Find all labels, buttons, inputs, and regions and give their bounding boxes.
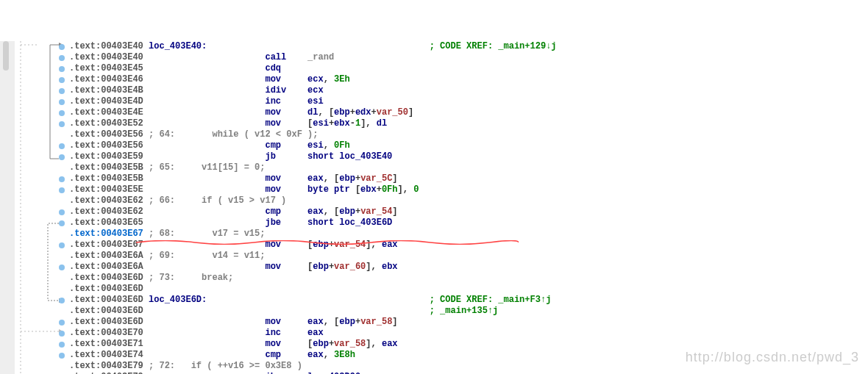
disasm-line[interactable]: .text:00403E59 jb short loc_403E40 [69,151,868,162]
disasm-line[interactable]: .text:00403E56 ; 64: while ( v12 < 0xF )… [69,129,868,140]
disasm-line[interactable]: .text:00403E6D ; 73: break; [69,273,868,284]
breakpoint-dot[interactable] [59,99,65,105]
breakpoint-dot[interactable] [59,209,65,215]
disasm-line[interactable]: .text:00403E70 inc eax [69,328,868,339]
breakpoint-dot[interactable] [59,353,65,359]
breakpoint-dot[interactable] [59,143,65,149]
breakpoint-dot[interactable] [59,265,65,270]
disasm-line[interactable]: .text:00403E5B ; 65: v11[15] = 0; [69,162,868,173]
disasm-line[interactable]: .text:00403E4E mov dl, [ebp+edx+var_50] [69,107,868,118]
breakpoint-dot[interactable] [59,187,65,193]
red-underline [136,237,519,242]
disasm-line[interactable]: .text:00403E6D loc_403E6D: ; CODE XREF: … [69,295,868,306]
breakpoint-dot[interactable] [59,154,65,160]
breakpoint-dot[interactable] [59,55,65,61]
breakpoint-dot[interactable] [59,320,65,326]
breakpoint-dot[interactable] [59,176,65,182]
breakpoint-dot[interactable] [59,298,65,303]
disasm-line[interactable]: .text:00403E6D [69,284,868,295]
disasm-line[interactable]: .text:00403E6A mov [ebp+var_60], ebx [69,262,868,273]
disasm-line[interactable]: .text:00403E74 cmp eax, 3E8h [69,350,868,361]
breakpoint-dot[interactable] [59,121,65,127]
disasm-line[interactable]: .text:00403E40 loc_403E40: ; CODE XREF: … [69,41,868,52]
breakpoint-dot[interactable] [59,44,65,50]
disasm-line[interactable]: .text:00403E52 mov [esi+ebx-1], dl [69,118,868,129]
disasm-line[interactable]: .text:00403E5B mov eax, [ebp+var_5C] [69,173,868,184]
disasm-line[interactable]: .text:00403E5E mov byte ptr [ebx+0Fh], 0 [69,184,868,195]
breakpoint-dot[interactable] [59,220,65,226]
breakpoint-dot[interactable] [59,77,65,83]
breakpoint-dot[interactable] [59,110,65,116]
disasm-line[interactable]: .text:00403E71 mov [ebp+var_58], eax [69,339,868,350]
breakpoint-dot[interactable] [59,66,65,72]
breakpoint-dot[interactable] [59,88,65,94]
disassembly-listing[interactable]: .text:00403E40 loc_403E40: ; CODE XREF: … [66,41,868,374]
arrows-column [15,41,66,374]
disasm-line[interactable]: .text:00403E65 jbe short loc_403E6D [69,217,868,229]
disasm-line[interactable]: .text:00403E4B idiv ecx [69,85,868,96]
disasm-line[interactable]: .text:00403E56 cmp esi, 0Fh [69,140,868,151]
disasm-line[interactable]: .text:00403E79 ; 72: if ( ++v16 >= 0x3E8… [69,361,868,372]
disasm-line[interactable]: .text:00403E4D inc esi [69,96,868,107]
ida-disasm-container: .text:00403E40 loc_403E40: ; CODE XREF: … [0,41,868,374]
disasm-line[interactable]: .text:00403E6A ; 69: v14 = v11; [69,251,868,262]
disasm-line[interactable]: .text:00403E46 mov ecx, 3Eh [69,74,868,85]
disasm-line[interactable]: .text:00403E62 ; 66: if ( v15 > v17 ) [69,195,868,206]
breakpoint-dot[interactable] [59,342,65,348]
disasm-line[interactable]: .text:00403E45 cdq [69,63,868,74]
scroll-thumb[interactable] [3,41,9,71]
left-gutter [0,41,15,374]
disasm-line[interactable]: .text:00403E6D ; _main+135↑j [69,306,868,317]
breakpoint-dot[interactable] [59,242,65,248]
disasm-line[interactable]: .text:00403E62 cmp eax, [ebp+var_54] [69,206,868,217]
disasm-line[interactable]: .text:00403E6D mov eax, [ebp+var_58] [69,317,868,328]
disasm-line[interactable]: .text:00403E40 call _rand [69,52,868,63]
breakpoint-dot[interactable] [59,331,65,337]
